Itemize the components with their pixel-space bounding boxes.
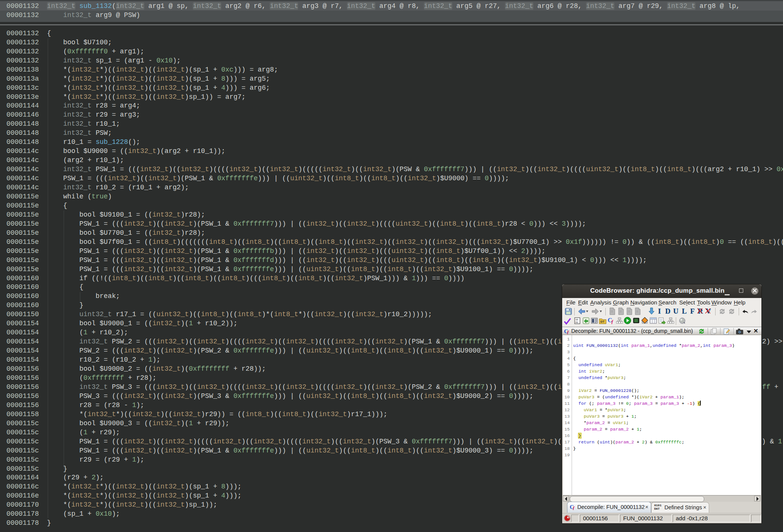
svg-text:01: 01 (575, 321, 578, 324)
svg-text:f: f (573, 505, 575, 510)
svg-text:f: f (611, 319, 614, 324)
svg-text:f: f (567, 330, 569, 334)
svg-text:10: 10 (575, 318, 578, 321)
svg-text:DT: DT (600, 320, 605, 323)
